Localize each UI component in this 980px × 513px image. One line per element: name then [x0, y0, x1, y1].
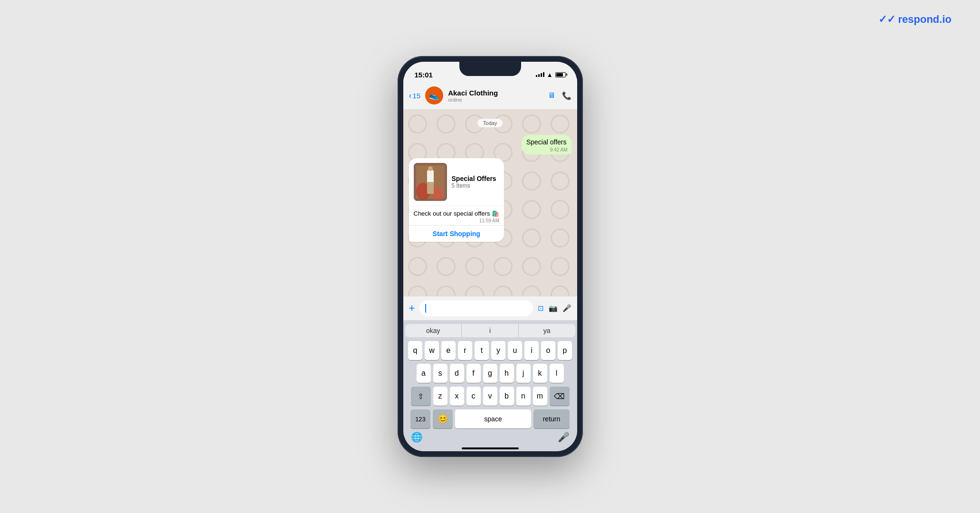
sent-message-time: 9:42 AM — [550, 147, 568, 152]
key-a[interactable]: a — [417, 364, 431, 383]
product-image — [414, 163, 447, 201]
call-icon[interactable]: 📞 — [562, 91, 571, 100]
input-right-icons: ⊡ 📷 🎤 — [538, 304, 571, 313]
suggestion-i[interactable]: i — [462, 324, 519, 337]
svg-rect-6 — [427, 182, 434, 194]
num-key[interactable]: 123 — [410, 409, 430, 428]
key-r[interactable]: r — [458, 341, 472, 360]
space-key[interactable]: space — [455, 409, 531, 428]
suggestion-okay[interactable]: okay — [405, 324, 462, 337]
emoji-key[interactable]: 😊 — [433, 409, 453, 428]
keyboard: okay i ya q w e r t y u i o p — [403, 320, 577, 451]
sent-bubble: Special offers 9:42 AM — [522, 135, 571, 154]
chat-area: Today Special offers 9:42 AM — [403, 110, 577, 296]
product-title: Special Offers — [452, 175, 500, 182]
key-s[interactable]: s — [433, 364, 447, 383]
key-f[interactable]: f — [466, 364, 481, 383]
card-body: Check out our special offers 🛍️ 11:59 AM — [409, 206, 504, 225]
sent-message-text: Special offers — [526, 138, 567, 146]
back-count: 15 — [413, 92, 421, 100]
key-v[interactable]: v — [483, 387, 497, 406]
suggestion-ya[interactable]: ya — [519, 324, 575, 337]
key-m[interactable]: m — [533, 387, 547, 406]
status-icons: ▲ — [536, 71, 566, 78]
cursor — [425, 304, 426, 313]
sticker-icon[interactable]: ⊡ — [538, 304, 544, 313]
back-chevron-icon: ‹ — [409, 91, 412, 101]
home-bar — [462, 447, 519, 449]
keyboard-row-4: 123 😊 space return — [405, 409, 575, 428]
keyboard-row-3: ⇧ z x c v b n m ⌫ — [405, 387, 575, 406]
contact-status: online — [448, 97, 542, 103]
key-t[interactable]: t — [475, 341, 489, 360]
received-message: Special Offers 5 Items Check out our spe… — [409, 158, 504, 242]
key-y[interactable]: y — [491, 341, 505, 360]
card-action[interactable]: Start Shopping — [409, 225, 504, 242]
key-e[interactable]: e — [441, 341, 456, 360]
return-key[interactable]: return — [533, 409, 570, 428]
backspace-key[interactable]: ⌫ — [550, 387, 570, 406]
key-b[interactable]: b — [500, 387, 514, 406]
shift-key[interactable]: ⇧ — [411, 387, 431, 406]
key-q[interactable]: q — [408, 341, 422, 360]
keyboard-row-1: q w e r t y u i o p — [405, 341, 575, 360]
key-z[interactable]: z — [433, 387, 447, 406]
key-w[interactable]: w — [425, 341, 439, 360]
key-d[interactable]: d — [450, 364, 464, 383]
phone-screen: 15:01 ▲ ‹ 15 👟 — [403, 62, 577, 451]
battery-icon — [555, 72, 566, 77]
keyboard-suggestions: okay i ya — [405, 324, 575, 337]
contact-info[interactable]: Akaci Clothing online — [448, 89, 542, 103]
date-divider: Today — [409, 118, 571, 127]
key-l[interactable]: l — [550, 364, 564, 383]
date-chip: Today — [477, 119, 503, 127]
product-subtitle: 5 Items — [452, 182, 500, 189]
product-card: Special Offers 5 Items Check out our spe… — [409, 158, 504, 242]
card-text: Check out our special offers 🛍️ — [414, 210, 500, 217]
keyboard-row-2: a s d f g h j k l — [405, 364, 575, 383]
video-icon[interactable]: 🖥 — [548, 91, 555, 100]
contact-name: Akaci Clothing — [448, 89, 542, 97]
microphone-icon[interactable]: 🎤 — [562, 304, 571, 313]
key-u[interactable]: u — [508, 341, 522, 360]
input-area: + ⊡ 📷 🎤 — [403, 296, 577, 320]
add-attachment-button[interactable]: + — [409, 302, 415, 314]
chat-header: ‹ 15 👟 Akaci Clothing online 🖥 📞 — [403, 83, 577, 110]
keyboard-rows: q w e r t y u i o p a s d f g — [405, 341, 575, 428]
product-info: Special Offers 5 Items — [452, 175, 500, 189]
key-j[interactable]: j — [516, 364, 531, 383]
keyboard-bottom: 🌐 🎤 — [405, 428, 575, 445]
camera-icon[interactable]: 📷 — [549, 304, 558, 313]
card-time: 11:59 AM — [414, 218, 500, 223]
logo-check-icon: ✓✓ — [878, 13, 895, 26]
key-k[interactable]: k — [533, 364, 547, 383]
key-o[interactable]: o — [541, 341, 555, 360]
start-shopping-button[interactable]: Start Shopping — [433, 230, 480, 238]
message-input[interactable] — [419, 300, 533, 316]
header-icons: 🖥 📞 — [548, 91, 571, 100]
product-card-header: Special Offers 5 Items — [409, 158, 504, 206]
phone-notch — [459, 62, 521, 76]
key-h[interactable]: h — [500, 364, 514, 383]
contact-avatar: 👟 — [425, 86, 443, 104]
key-n[interactable]: n — [516, 387, 531, 406]
sent-message: Special offers 9:42 AM — [522, 135, 571, 154]
keyboard-mic-icon[interactable]: 🎤 — [558, 431, 570, 443]
key-p[interactable]: p — [558, 341, 572, 360]
svg-point-5 — [428, 166, 433, 171]
logo: ✓✓ respond.io — [878, 13, 951, 26]
logo-text: respond.io — [898, 13, 951, 26]
key-c[interactable]: c — [466, 387, 481, 406]
phone-frame: 15:01 ▲ ‹ 15 👟 — [398, 56, 583, 457]
key-g[interactable]: g — [483, 364, 497, 383]
key-x[interactable]: x — [450, 387, 464, 406]
back-button[interactable]: ‹ 15 — [409, 91, 421, 101]
signal-icon — [536, 72, 544, 77]
key-i[interactable]: i — [524, 341, 539, 360]
status-time: 15:01 — [415, 71, 433, 79]
wifi-icon: ▲ — [547, 71, 553, 78]
globe-icon[interactable]: 🌐 — [411, 431, 423, 443]
